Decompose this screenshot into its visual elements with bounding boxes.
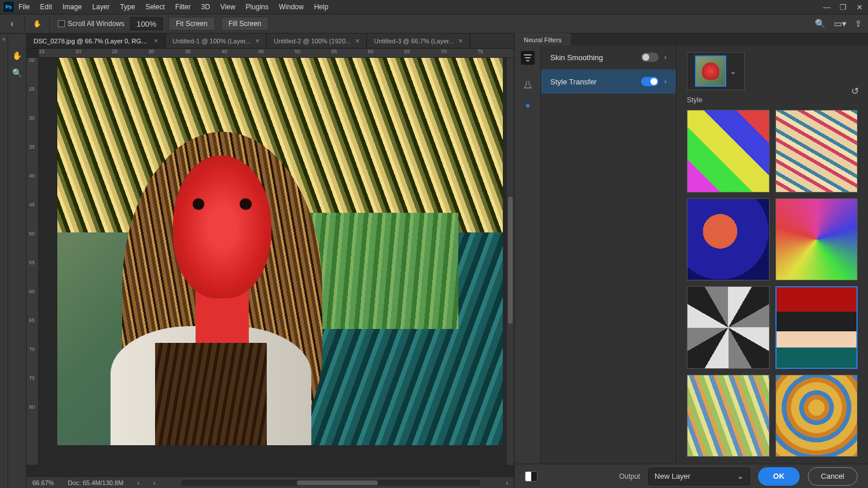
document-tab-4[interactable]: Untitled-3 @ 66.7% (Layer... × <box>367 34 470 48</box>
output-value: New Layer <box>654 472 690 480</box>
tab-close-icon[interactable]: × <box>154 37 158 45</box>
style-preset-2[interactable] <box>775 110 858 193</box>
tab-title: Untitled-1 @ 100% (Layer... <box>172 38 251 45</box>
horizontal-scrollbar[interactable] <box>181 480 481 486</box>
document-tabs: DSC_0278.jpg @ 66.7% (Layer 0, RGB/8*) *… <box>27 34 514 49</box>
divider <box>24 17 25 31</box>
style-grid <box>676 110 868 464</box>
title-bar: Ps File Edit Image Layer Type Select Fil… <box>0 0 868 14</box>
document-tab-1[interactable]: DSC_0278.jpg @ 66.7% (Layer 0, RGB/8*) *… <box>27 34 165 48</box>
app-icon: Ps <box>3 2 14 12</box>
menu-type[interactable]: Type <box>120 3 135 11</box>
panel-category-sidebar <box>514 45 541 464</box>
filter-list: Skin Smoothing › Style Transfer › <box>541 45 676 464</box>
filter-style-transfer[interactable]: Style Transfer › <box>541 69 676 94</box>
scroll-all-windows-option[interactable]: Scroll All Windows <box>58 20 124 28</box>
style-preview-header: ⌄ <box>676 45 868 94</box>
zoom-input[interactable] <box>130 17 163 30</box>
menu-select[interactable]: Select <box>145 3 164 11</box>
menu-edit[interactable]: Edit <box>40 3 52 11</box>
tab-close-icon[interactable]: × <box>355 37 359 45</box>
fill-screen-button[interactable]: Fill Screen <box>221 17 269 31</box>
status-expand-icon[interactable]: › <box>137 479 139 486</box>
style-preset-6[interactable] <box>775 286 858 369</box>
panel-footer: Output New Layer ⌄ OK Cancel <box>514 464 868 488</box>
chevron-right-icon: › <box>664 53 667 61</box>
skin-smoothing-toggle[interactable] <box>641 53 659 62</box>
share-icon[interactable]: ⇪ <box>855 19 862 29</box>
ruler-horizontal[interactable]: 15 20 25 30 35 40 45 50 55 60 65 70 75 <box>39 49 514 58</box>
style-preset-7[interactable] <box>687 375 770 457</box>
cancel-button[interactable]: Cancel <box>808 467 858 486</box>
tab-title: Untitled-2 @ 100% (1920... <box>274 38 351 45</box>
style-transfer-toggle[interactable] <box>641 77 659 86</box>
scrollbar-thumb[interactable] <box>508 197 513 324</box>
search-icon[interactable]: 🔍 <box>815 19 826 29</box>
document-image <box>57 58 503 445</box>
filter-label: Style Transfer <box>550 77 635 86</box>
home-back-button[interactable]: ‹ <box>6 17 19 30</box>
menu-view[interactable]: View <box>220 3 236 11</box>
maximize-button[interactable]: ❐ <box>838 3 848 11</box>
status-zoom: 66.67% <box>32 479 54 486</box>
menu-filter[interactable]: Filter <box>175 3 191 11</box>
image-surface <box>39 58 514 465</box>
menu-3d[interactable]: 3D <box>201 3 209 11</box>
scrollbar-thumb[interactable] <box>297 480 378 485</box>
document-area: DSC_0278.jpg @ 66.7% (Layer 0, RGB/8*) *… <box>27 34 514 488</box>
zoom-tool[interactable]: 🔍 <box>10 66 24 80</box>
style-preset-1[interactable] <box>687 110 770 193</box>
fit-screen-button[interactable]: Fit Screen <box>168 17 215 31</box>
document-tab-2[interactable]: Untitled-1 @ 100% (Layer... × <box>165 34 267 48</box>
panel-body: Skin Smoothing › Style Transfer › ⌄ <box>514 45 868 464</box>
ruler-vertical[interactable]: 20 25 30 35 40 45 50 55 60 65 70 75 80 <box>27 58 39 465</box>
left-toolbox: ✋ 🔍 <box>8 34 27 488</box>
chevron-right-icon: › <box>664 77 667 86</box>
image-vest <box>155 343 267 445</box>
menu-plugins[interactable]: Plugins <box>246 3 269 11</box>
style-preset-5[interactable] <box>687 286 770 369</box>
hscroll-right-icon[interactable]: › <box>506 479 508 486</box>
filter-category-beta-icon[interactable] <box>521 77 535 91</box>
canvas-wrap: 15 20 25 30 35 40 45 50 55 60 65 70 75 2… <box>27 49 514 476</box>
menu-window[interactable]: Window <box>279 3 304 11</box>
style-preset-4[interactable] <box>775 198 858 281</box>
options-toolbar: ‹ ✋ Scroll All Windows Fit Screen Fill S… <box>0 14 868 34</box>
document-tab-3[interactable]: Untitled-2 @ 100% (1920... × <box>267 34 367 48</box>
neural-filters-panel: Neural Filters Skin Smoothing › S <box>514 34 868 488</box>
scroll-all-label: Scroll All Windows <box>68 20 124 28</box>
style-preset-3[interactable] <box>687 198 770 281</box>
panel-tab-bar: Neural Filters <box>514 34 868 45</box>
status-doc-size: Doc: 65.4M/130.8M <box>68 479 123 486</box>
workspace-switcher-icon[interactable]: ▭▾ <box>834 19 847 29</box>
tab-close-icon[interactable]: × <box>255 37 259 45</box>
layer-mask-icon[interactable] <box>525 471 538 482</box>
style-options-panel: ⌄ ↺ Style <box>676 45 868 464</box>
output-select[interactable]: New Layer ⌄ <box>648 468 750 485</box>
scroll-all-checkbox[interactable] <box>58 20 65 27</box>
tab-title: DSC_0278.jpg @ 66.7% (Layer 0, RGB/8*) * <box>34 38 149 45</box>
style-preset-8[interactable] <box>775 375 858 457</box>
tab-close-icon[interactable]: × <box>459 37 463 45</box>
filter-update-indicator-icon <box>526 104 529 108</box>
close-button[interactable]: ✕ <box>854 3 865 11</box>
filter-skin-smoothing[interactable]: Skin Smoothing › <box>541 45 676 69</box>
window-controls: — ❐ ✕ <box>822 3 865 11</box>
hscroll-left-icon[interactable]: ‹ <box>153 479 156 486</box>
menu-help[interactable]: Help <box>314 3 329 11</box>
vertical-scrollbar[interactable] <box>507 58 514 465</box>
minimize-button[interactable]: — <box>822 3 832 11</box>
panel-tab-neural-filters[interactable]: Neural Filters <box>514 34 571 45</box>
menu-image[interactable]: Image <box>62 3 82 11</box>
hand-tool[interactable]: ✋ <box>10 49 24 62</box>
menu-file[interactable]: File <box>19 3 30 11</box>
filter-category-all-icon[interactable] <box>521 51 535 65</box>
source-preview-dropdown[interactable]: ⌄ <box>687 52 745 90</box>
reset-icon[interactable]: ↺ <box>851 86 859 97</box>
output-label: Output <box>619 472 640 480</box>
chevron-down-icon: ⌄ <box>730 66 737 76</box>
menu-layer[interactable]: Layer <box>92 3 109 11</box>
canvas[interactable] <box>39 58 514 465</box>
ok-button[interactable]: OK <box>758 467 800 486</box>
panel-collapse-strip[interactable]: » <box>0 34 8 488</box>
